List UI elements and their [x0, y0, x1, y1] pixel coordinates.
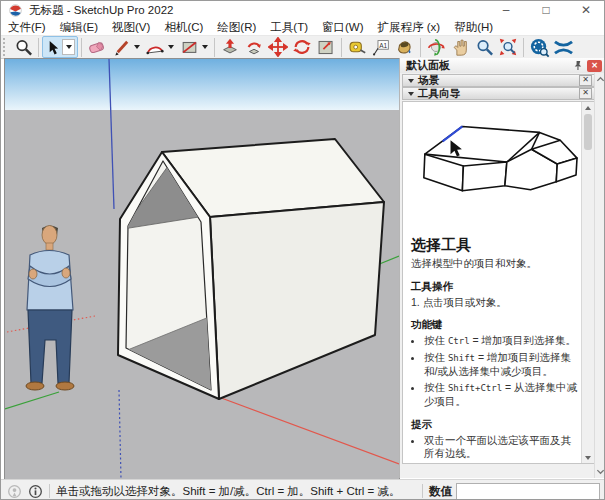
window-controls: – □ ✕	[486, 1, 605, 20]
status-divider	[422, 484, 423, 498]
list-item: 双击一个平面以选定该平面及其所有边线。	[424, 434, 579, 461]
modifier-title: 功能键	[411, 318, 579, 332]
follow-me-tool-button[interactable]	[242, 36, 266, 58]
collapse-arrow-icon	[408, 79, 414, 83]
menu-help[interactable]: 帮助(H)	[447, 20, 500, 35]
push-pull-tool-button[interactable]	[218, 36, 242, 58]
menu-camera[interactable]: 相机(C)	[157, 20, 210, 35]
sky	[5, 59, 399, 110]
menu-extensions[interactable]: 扩展程序 (x)	[371, 20, 448, 35]
instructor-heading: 选择工具	[411, 236, 579, 255]
arc-icon	[145, 38, 165, 57]
follow-me-icon	[244, 37, 264, 57]
text-tool-button[interactable]: A1	[369, 36, 393, 58]
rectangle-tool-button[interactable]	[177, 36, 201, 58]
arc-dropdown-icon[interactable]	[168, 45, 174, 49]
chevron-down-icon[interactable]	[596, 467, 605, 476]
text-label-icon: A1	[371, 38, 391, 57]
push-pull-icon	[220, 37, 240, 57]
section-instructor[interactable]: 工具向导 ✕	[402, 87, 595, 100]
menu-window[interactable]: 窗口(W)	[315, 20, 371, 35]
tips-list: 双击一个平面以选定该平面及其所有边线。 双击一条边线以选定该边线及与其共享的平面…	[411, 434, 579, 464]
toolbar-divider	[523, 38, 524, 57]
rectangle-dropdown-icon[interactable]	[202, 45, 208, 49]
extension-warehouse-button[interactable]	[527, 36, 551, 58]
tape-measure-tool-button[interactable]	[345, 36, 369, 58]
modifier-list: 按住 Ctrl = 增加项目到选择集。 按住 Shift = 增加项目到选择集和…	[411, 334, 579, 408]
scroll-down-icon[interactable]	[582, 452, 594, 463]
chevron-up-icon[interactable]	[596, 75, 605, 84]
zoom-icon	[475, 38, 494, 57]
list-item: 按住 Shift+Ctrl = 从选择集中减少项目。	[424, 381, 579, 408]
eraser-tool-button[interactable]	[85, 36, 109, 58]
instructor-scrollbar[interactable]	[581, 102, 594, 463]
move-tool-button[interactable]	[266, 36, 290, 58]
select-tool-button[interactable]	[42, 36, 78, 58]
toolbar-divider	[81, 38, 82, 57]
paint-bucket-icon	[395, 37, 415, 57]
window-title: 无标题 - SketchUp Pro 2022	[29, 3, 486, 18]
status-hint: 单击或拖动以选择对象。Shift = 加/减。Ctrl = 加。Shift + …	[56, 484, 400, 499]
instructor-illustration	[411, 106, 579, 228]
instructor-description: 选择模型中的项目和对象。	[411, 257, 579, 271]
model-viewport[interactable]	[4, 58, 400, 480]
default-panel: 默认面板 ✕ 场景 ✕ 工具向导 ✕	[399, 58, 605, 478]
toolbar: A1	[1, 36, 605, 59]
list-item: 按住 Shift = 增加项目到选择集和/或从选择集中减少项目。	[424, 351, 579, 378]
chevron-down-icon	[66, 45, 72, 49]
menu-bar: 文件(F) 编辑(E) 视图(V) 相机(C) 绘图(R) 工具(T) 窗口(W…	[1, 20, 605, 36]
orbit-icon	[426, 37, 446, 57]
toolbar-divider	[214, 38, 215, 57]
toolbar-grip[interactable]	[3, 38, 9, 56]
menu-tools[interactable]: 工具(T)	[263, 20, 315, 35]
orbit-tool-button[interactable]	[424, 36, 448, 58]
status-bar: 单击或拖动以选择对象。Shift = 加/减。Ctrl = 加。Shift + …	[1, 479, 605, 500]
search-tool-button[interactable]	[11, 36, 35, 58]
minimize-button[interactable]: –	[486, 1, 526, 20]
sketchup-logo-icon	[9, 4, 22, 17]
line-tool-button[interactable]	[109, 36, 133, 58]
title-bar: 无标题 - SketchUp Pro 2022 – □ ✕	[1, 1, 605, 20]
rotate-icon	[292, 37, 312, 57]
menu-view[interactable]: 视图(V)	[105, 20, 157, 35]
paint-bucket-tool-button[interactable]	[393, 36, 417, 58]
maximize-button[interactable]: □	[526, 1, 566, 20]
menu-file[interactable]: 文件(F)	[1, 20, 53, 35]
section-scenes[interactable]: 场景 ✕	[402, 74, 595, 87]
panel-close-button[interactable]: ✕	[587, 60, 602, 72]
scrollbar-thumb[interactable]	[584, 114, 592, 150]
pan-tool-button[interactable]	[448, 36, 472, 58]
scroll-up-icon[interactable]	[582, 102, 594, 113]
tape-measure-icon	[347, 38, 367, 57]
viewport-canvas	[5, 59, 399, 479]
instructor-panel: 选择工具 选择模型中的项目和对象。 工具操作 1. 点击项目或对象。 功能键 按…	[402, 101, 595, 464]
rotate-tool-button[interactable]	[290, 36, 314, 58]
offset-tool-button[interactable]	[314, 36, 338, 58]
panel-title: 默认面板	[406, 58, 572, 73]
zoom-extents-tool-button[interactable]	[496, 36, 520, 58]
zoom-tool-button[interactable]	[472, 36, 496, 58]
close-button[interactable]: ✕	[566, 1, 605, 20]
list-item: 按住 Ctrl = 增加项目到选择集。	[424, 334, 579, 348]
section-close-button[interactable]: ✕	[579, 75, 592, 86]
pin-icon[interactable]	[572, 60, 583, 71]
geolocation-icon[interactable]	[7, 484, 22, 499]
rectangle-icon	[180, 38, 199, 56]
extension-warehouse-icon	[529, 37, 550, 58]
eraser-icon	[87, 38, 107, 56]
menu-edit[interactable]: 编辑(E)	[53, 20, 105, 35]
toolbar-divider	[420, 38, 421, 57]
line-dropdown-icon[interactable]	[134, 45, 140, 49]
measurement-label: 数值	[429, 484, 452, 499]
measurement-input[interactable]	[456, 483, 600, 500]
info-icon[interactable]	[28, 484, 43, 499]
section-close-button[interactable]: ✕	[579, 88, 592, 99]
select-cursor-icon	[45, 39, 60, 56]
extension-manager-button[interactable]	[551, 36, 575, 58]
panel-scrollbar[interactable]	[594, 73, 605, 478]
menu-draw[interactable]: 绘图(R)	[210, 20, 263, 35]
panel-title-bar[interactable]: 默认面板 ✕	[400, 58, 605, 73]
select-dropdown[interactable]	[62, 39, 75, 55]
extension-manager-icon	[553, 38, 574, 57]
arc-tool-button[interactable]	[143, 36, 167, 58]
